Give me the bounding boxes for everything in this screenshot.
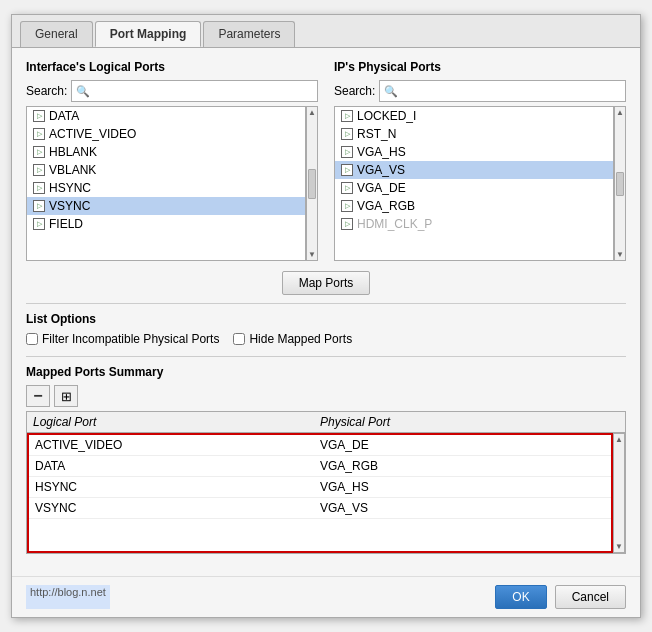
scroll-thumb[interactable] — [616, 172, 624, 196]
item-icon — [33, 128, 45, 140]
right-search-icon: 🔍 — [384, 85, 398, 98]
checkbox-row: Filter Incompatible Physical Ports Hide … — [26, 332, 626, 346]
mapped-table-body[interactable]: ACTIVE_VIDEO VGA_DE DATA VGA_RGB HSYNC V… — [27, 433, 613, 553]
list-item-label: VGA_RGB — [357, 199, 415, 213]
list-item[interactable]: DATA — [27, 107, 305, 125]
mapped-row[interactable]: DATA VGA_RGB — [29, 456, 611, 477]
item-icon — [33, 110, 45, 122]
left-scrollbar[interactable]: ▲ ▼ — [306, 106, 318, 261]
logical-port-value: HSYNC — [35, 480, 320, 494]
scroll-down-arrow[interactable]: ▼ — [616, 250, 624, 259]
list-item-label: VGA_VS — [357, 163, 405, 177]
mapped-ports-title: Mapped Ports Summary — [26, 365, 626, 379]
dialog: General Port Mapping Parameters Interfac… — [11, 14, 641, 618]
list-item-label: HSYNC — [49, 181, 91, 195]
remove-mapping-button[interactable]: − — [26, 385, 50, 407]
mapped-row[interactable]: ACTIVE_VIDEO VGA_DE — [29, 435, 611, 456]
scroll-down-arrow[interactable]: ▼ — [308, 250, 316, 259]
tab-general[interactable]: General — [20, 21, 93, 47]
right-search-input[interactable] — [398, 85, 621, 97]
list-item-label: VGA_HS — [357, 145, 406, 159]
logical-port-value: VSYNC — [35, 501, 320, 515]
list-item-label: RST_N — [357, 127, 396, 141]
item-icon — [33, 164, 45, 176]
list-item[interactable]: HDMI_CLK_P — [335, 215, 613, 233]
mapped-scrollbar[interactable]: ▲ ▼ — [613, 433, 625, 553]
scroll-up-arrow[interactable]: ▲ — [616, 108, 624, 117]
filter-incompatible-label: Filter Incompatible Physical Ports — [42, 332, 219, 346]
item-icon — [341, 128, 353, 140]
list-item-selected[interactable]: VGA_VS — [335, 161, 613, 179]
item-icon — [341, 110, 353, 122]
left-list-box[interactable]: DATA ACTIVE_VIDEO HBLANK VBLANK — [26, 106, 306, 261]
content-area: Interface's Logical Ports Search: 🔍 DATA — [12, 48, 640, 576]
copy-mapping-button[interactable]: ⊞ — [54, 385, 78, 407]
scroll-thumb[interactable] — [308, 169, 316, 199]
hide-mapped-item: Hide Mapped Ports — [233, 332, 352, 346]
list-item[interactable]: ACTIVE_VIDEO — [27, 125, 305, 143]
mapped-ports-section: Mapped Ports Summary − ⊞ Logical Port Ph… — [26, 365, 626, 554]
physical-port-header: Physical Port — [320, 415, 607, 429]
list-options-section: List Options Filter Incompatible Physica… — [26, 312, 626, 346]
tab-port-mapping[interactable]: Port Mapping — [95, 21, 202, 47]
item-icon — [341, 182, 353, 194]
right-search-wrapper[interactable]: 🔍 — [379, 80, 626, 102]
list-item-selected[interactable]: VSYNC — [27, 197, 305, 215]
header-scroll-spacer — [607, 415, 619, 429]
tab-parameters[interactable]: Parameters — [203, 21, 295, 47]
list-item[interactable]: FIELD — [27, 215, 305, 233]
physical-port-value: VGA_DE — [320, 438, 605, 452]
list-item-label: VSYNC — [49, 199, 90, 213]
list-item[interactable]: HBLANK — [27, 143, 305, 161]
tab-bar: General Port Mapping Parameters — [12, 15, 640, 48]
list-item-label: HBLANK — [49, 145, 97, 159]
mapped-table-body-wrapper: ACTIVE_VIDEO VGA_DE DATA VGA_RGB HSYNC V… — [27, 433, 625, 553]
mapped-row[interactable]: HSYNC VGA_HS — [29, 477, 611, 498]
left-search-wrapper[interactable]: 🔍 — [71, 80, 318, 102]
list-item-label: FIELD — [49, 217, 83, 231]
divider — [26, 303, 626, 304]
list-item[interactable]: VBLANK — [27, 161, 305, 179]
item-icon — [341, 164, 353, 176]
left-search-row: Search: 🔍 — [26, 80, 318, 102]
logical-port-value: DATA — [35, 459, 320, 473]
scroll-down-arrow[interactable]: ▼ — [615, 542, 623, 551]
filter-incompatible-checkbox[interactable] — [26, 333, 38, 345]
list-item-label: HDMI_CLK_P — [357, 217, 432, 231]
hide-mapped-label: Hide Mapped Ports — [249, 332, 352, 346]
physical-port-value: VGA_HS — [320, 480, 605, 494]
mapped-row[interactable]: VSYNC VGA_VS — [29, 498, 611, 519]
list-item[interactable]: RST_N — [335, 125, 613, 143]
cancel-button[interactable]: Cancel — [555, 585, 626, 609]
left-search-input[interactable] — [90, 85, 313, 97]
right-panel-title: IP's Physical Ports — [334, 60, 626, 74]
list-item[interactable]: HSYNC — [27, 179, 305, 197]
right-panel: IP's Physical Ports Search: 🔍 LOCKED_I — [334, 60, 626, 261]
right-scrollbar[interactable]: ▲ ▼ — [614, 106, 626, 261]
item-icon — [33, 182, 45, 194]
list-item[interactable]: VGA_RGB — [335, 197, 613, 215]
list-item[interactable]: LOCKED_I — [335, 107, 613, 125]
list-options-title: List Options — [26, 312, 626, 326]
list-item-label: VBLANK — [49, 163, 96, 177]
left-panel-title: Interface's Logical Ports — [26, 60, 318, 74]
hide-mapped-checkbox[interactable] — [233, 333, 245, 345]
left-search-label: Search: — [26, 84, 67, 98]
port-columns: Interface's Logical Ports Search: 🔍 DATA — [26, 60, 626, 261]
item-icon — [33, 146, 45, 158]
map-ports-button[interactable]: Map Ports — [282, 271, 371, 295]
scroll-up-arrow[interactable]: ▲ — [308, 108, 316, 117]
map-ports-row: Map Ports — [26, 271, 626, 295]
scroll-up-arrow[interactable]: ▲ — [615, 435, 623, 444]
item-icon — [33, 200, 45, 212]
dialog-footer: http://blog.n.net OK Cancel — [12, 576, 640, 617]
list-item-label: DATA — [49, 109, 79, 123]
list-item-label: VGA_DE — [357, 181, 406, 195]
ok-button[interactable]: OK — [495, 585, 546, 609]
right-list-box[interactable]: LOCKED_I RST_N VGA_HS VGA_VS — [334, 106, 614, 261]
list-item[interactable]: VGA_HS — [335, 143, 613, 161]
toolbar-row: − ⊞ — [26, 385, 626, 407]
left-list-container: DATA ACTIVE_VIDEO HBLANK VBLANK — [26, 106, 318, 261]
right-search-row: Search: 🔍 — [334, 80, 626, 102]
list-item[interactable]: VGA_DE — [335, 179, 613, 197]
